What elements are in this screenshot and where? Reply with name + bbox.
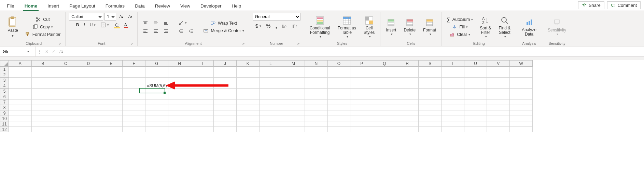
cell[interactable] <box>282 105 305 110</box>
cell[interactable] <box>236 99 259 105</box>
cell[interactable] <box>510 105 533 110</box>
cell[interactable] <box>259 110 282 116</box>
find-select-button[interactable]: Find & Select <box>497 15 513 39</box>
cell[interactable] <box>31 94 54 99</box>
tab-developer[interactable]: Developer <box>197 1 225 11</box>
cell[interactable] <box>282 99 305 105</box>
merge-center-button[interactable]: Merge & Center <box>202 27 245 34</box>
cell[interactable] <box>327 105 350 110</box>
cell[interactable] <box>487 89 510 94</box>
comma-format-button[interactable]: , <box>274 21 279 30</box>
cell[interactable] <box>214 127 237 132</box>
cell[interactable] <box>373 110 396 116</box>
cell[interactable] <box>123 110 145 116</box>
cell[interactable] <box>350 78 373 83</box>
cell[interactable] <box>77 99 100 105</box>
cell[interactable] <box>442 78 464 83</box>
cell[interactable] <box>77 127 100 132</box>
cell[interactable] <box>350 121 373 127</box>
cell[interactable] <box>77 94 100 99</box>
column-header[interactable]: L <box>259 61 282 67</box>
cell[interactable] <box>236 127 259 132</box>
formula-bar-input[interactable] <box>65 46 644 56</box>
cell[interactable] <box>464 116 487 121</box>
cell[interactable] <box>350 89 373 94</box>
cell[interactable] <box>396 105 419 110</box>
cell[interactable] <box>396 116 419 121</box>
cell[interactable] <box>373 127 396 132</box>
row-header[interactable]: 5 <box>0 89 9 94</box>
cell[interactable] <box>464 83 487 89</box>
tab-formulas[interactable]: Formulas <box>102 1 128 11</box>
cell[interactable] <box>123 127 145 132</box>
column-header[interactable]: J <box>214 61 237 67</box>
cell[interactable] <box>487 127 510 132</box>
cell[interactable] <box>100 94 123 99</box>
cell[interactable] <box>100 83 123 89</box>
cell[interactable] <box>510 99 533 105</box>
format-cells-button[interactable]: Format <box>421 17 438 37</box>
cell[interactable] <box>100 78 123 83</box>
column-header[interactable]: Q <box>373 61 396 67</box>
cell[interactable] <box>259 94 282 99</box>
cell[interactable] <box>305 99 327 105</box>
cell[interactable] <box>327 67 350 72</box>
cell-styles-button[interactable]: Cell Styles <box>362 15 377 39</box>
cell[interactable] <box>442 67 464 72</box>
paste-splitbutton-icon[interactable]: ▾ <box>12 34 14 38</box>
cell[interactable] <box>259 105 282 110</box>
cell[interactable] <box>191 116 214 121</box>
cell[interactable] <box>54 78 77 83</box>
cell[interactable] <box>123 89 145 94</box>
align-left-button[interactable] <box>141 27 150 35</box>
cell[interactable] <box>236 89 259 94</box>
cell[interactable] <box>236 121 259 127</box>
cell[interactable] <box>396 121 419 127</box>
cell[interactable] <box>419 89 442 94</box>
cell[interactable] <box>54 116 77 121</box>
cell[interactable] <box>419 72 442 78</box>
cell[interactable] <box>396 67 419 72</box>
cell[interactable] <box>396 94 419 99</box>
format-as-table-button[interactable]: Format as Table <box>336 15 358 39</box>
tab-data[interactable]: Data <box>131 1 148 11</box>
name-box[interactable]: ▾ <box>0 46 36 56</box>
cell[interactable] <box>442 83 464 89</box>
cell[interactable] <box>419 99 442 105</box>
cell[interactable] <box>259 72 282 78</box>
cell[interactable] <box>236 105 259 110</box>
cell[interactable] <box>123 99 145 105</box>
cell[interactable] <box>419 83 442 89</box>
cell[interactable] <box>145 105 168 110</box>
number-dialog-launcher-icon[interactable]: ⤢ <box>297 42 300 45</box>
cell[interactable] <box>419 78 442 83</box>
cell[interactable] <box>214 83 237 89</box>
row-header[interactable]: 1 <box>0 67 9 72</box>
cell[interactable] <box>442 105 464 110</box>
align-middle-button[interactable] <box>151 19 160 27</box>
align-top-button[interactable] <box>141 19 150 27</box>
accounting-format-button[interactable]: $ <box>254 22 263 30</box>
cell[interactable] <box>31 78 54 83</box>
cell[interactable] <box>31 99 54 105</box>
cell[interactable] <box>350 94 373 99</box>
column-header[interactable]: V <box>487 61 510 67</box>
cell[interactable] <box>214 94 237 99</box>
cell[interactable] <box>100 72 123 78</box>
cell[interactable] <box>9 83 32 89</box>
cell[interactable] <box>510 94 533 99</box>
cell[interactable] <box>419 127 442 132</box>
cell[interactable] <box>442 110 464 116</box>
cell[interactable] <box>9 94 32 99</box>
delete-cells-button[interactable]: Delete <box>402 17 418 37</box>
cell[interactable] <box>145 110 168 116</box>
cell[interactable] <box>305 127 327 132</box>
cell[interactable] <box>305 116 327 121</box>
cell[interactable] <box>419 105 442 110</box>
cell[interactable] <box>487 121 510 127</box>
cell[interactable] <box>214 78 237 83</box>
column-header[interactable]: H <box>168 61 191 67</box>
cell[interactable] <box>191 105 214 110</box>
cell[interactable] <box>396 89 419 94</box>
cell[interactable] <box>31 89 54 94</box>
